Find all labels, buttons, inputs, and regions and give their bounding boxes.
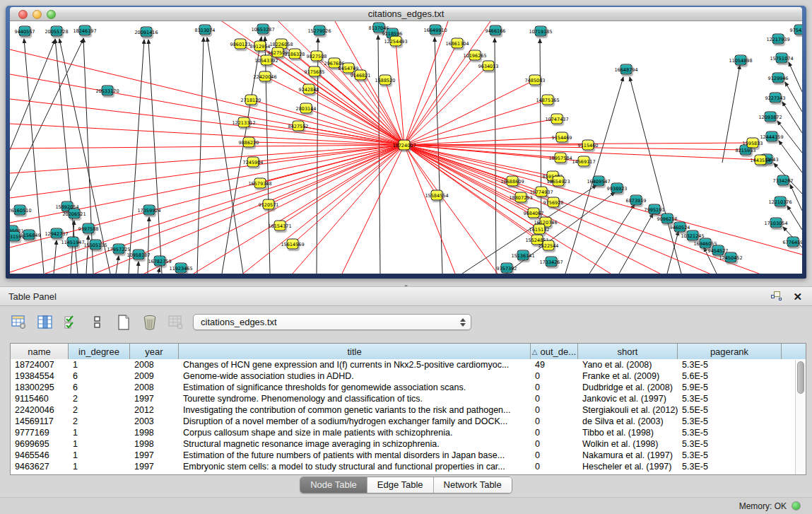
table-cell[interactable]: Tourette syndrome. Phenomenology and cla… [179,393,531,404]
table-cell[interactable]: de Silva et al. (2003) [578,416,678,427]
table-cell[interactable]: Estimation of the future numbers of pati… [179,450,531,461]
graph-node[interactable]: 12942737 [51,228,63,239]
graph-node[interactable]: 7995191 [649,204,661,215]
graph-node[interactable]: 15614569 [287,239,299,250]
graph-node[interactable]: 9627509 [272,47,284,58]
table-cell[interactable]: 1 [69,461,130,472]
table-cell[interactable]: Embryonic stem cells: a model to study s… [179,461,531,472]
table-cell[interactable]: Hescheler et al. (1997) [578,461,678,472]
table-settings-icon[interactable] [10,313,28,332]
table-cell[interactable]: 5.3E-5 [678,427,782,438]
graph-node[interactable]: 15279026 [314,25,326,36]
graph-node[interactable]: 20206521 [69,209,81,219]
graph-node[interactable]: 12450452 [725,252,737,263]
table-cell[interactable]: Genome-wide association studies in ADHD. [179,370,531,382]
graph-node[interactable]: 18957584 [555,153,567,163]
table-cell[interactable]: 1 [69,359,130,370]
table-row[interactable]: 2242004622012Investigating the contribut… [11,404,806,416]
memory-status-indicator[interactable] [792,501,801,510]
graph-node[interactable]: 9938923 [611,183,623,194]
graph-node[interactable]: 11451947 [67,237,79,247]
table-row[interactable]: 946554611997Estimation of the future num… [11,450,806,461]
table-cell[interactable]: Structural magnetic resonance image aver… [179,438,531,450]
table-row[interactable]: 977716911998Corpus callosum shape and si… [11,427,806,438]
graph-node[interactable]: 7485083 [529,75,541,86]
table-cell[interactable]: 5.6E-5 [678,370,782,382]
column-header-pagerank[interactable]: pagerank [678,344,782,359]
table-cell[interactable]: 22420046 [11,404,69,416]
graph-node[interactable]: 9120571 [263,199,275,210]
tab-network-table[interactable]: Network Table [434,477,512,493]
graph-node[interactable]: 9460524 [674,222,686,233]
graph-node[interactable]: 17334267 [546,257,558,267]
table-cell[interactable]: Investigating the contribution of common… [179,404,531,416]
graph-node[interactable]: 9454527 [712,245,724,256]
column-header-name[interactable]: name [11,344,69,359]
graph-node[interactable]: 8313074 [199,25,211,35]
table-cell[interactable]: Estimation of significance thresholds fo… [179,382,531,393]
table-cell[interactable]: 1 [69,438,130,450]
graph-node[interactable]: 14875165 [542,95,554,105]
graph-node[interactable]: 9634013 [483,61,495,71]
table-cell[interactable]: 14569117 [11,416,69,427]
table-cell[interactable]: 2 [69,393,130,404]
table-row[interactable]: 946362711997Embryonic stem cells: a mode… [11,461,806,472]
table-cell[interactable]: 5.3E-5 [678,461,782,472]
graph-node[interactable]: 15136141 [517,250,529,261]
graph-node[interactable]: 1443554 [755,155,767,165]
graph-node[interactable]: 1615132 [534,224,546,235]
graph-node[interactable]: 20055728 [51,26,63,37]
graph-node[interactable]: 15524851 [531,235,543,245]
vertical-scrollbar[interactable] [795,360,806,474]
table-cell[interactable]: 6 [69,370,130,382]
table-cell[interactable]: 9699695 [11,438,69,450]
graph-node[interactable]: 9242848 [303,84,315,95]
table-row[interactable]: 1456911722003Disruption of a novel membe… [11,416,806,427]
table-cell[interactable]: Changes of HCN gene expression and I(f) … [179,359,531,370]
graph-node[interactable]: 9146821 [355,70,367,81]
table-cell[interactable]: 6 [69,382,130,393]
table-cell[interactable]: 2008 [130,382,179,393]
graph-node[interactable]: 9684067 [528,208,540,218]
graph-node[interactable]: 12210376 [775,197,787,207]
graph-node[interactable]: 10747437 [551,114,563,124]
table-cell[interactable]: Corpus callosum shape and size in male p… [179,427,531,438]
graph-node[interactable]: 16579348 [254,178,266,189]
column-header-in_degree[interactable]: in_degree [69,344,130,359]
graph-node[interactable]: 1595833 [747,138,759,148]
table-cell[interactable]: 0 [531,427,578,438]
float-panel-icon[interactable] [770,291,783,302]
table-cell[interactable]: 1997 [130,461,179,472]
graph-node[interactable]: 11156849 [23,230,35,240]
table-cell[interactable]: 18300295 [11,382,69,393]
table-cell[interactable]: 5.5E-5 [678,404,782,416]
table-cell[interactable]: 5.9E-5 [678,382,782,393]
graph-node[interactable]: 8137046 [373,23,385,33]
graph-node[interactable]: 10774937 [536,187,548,197]
graph-node[interactable]: 20091416 [141,27,153,37]
table-cell[interactable]: 5.3E-5 [678,359,782,370]
table-select-dropdown[interactable]: citations_edges.txt [193,314,471,330]
new-table-icon[interactable] [114,313,133,332]
select-attributes-icon[interactable] [62,313,81,332]
graph-node[interactable]: 9860123 [235,39,247,49]
table-cell[interactable]: 0 [531,438,578,450]
close-panel-icon[interactable]: ✕ [793,291,802,302]
table-row[interactable]: 1872400712008Changes of HCN gene express… [11,359,806,370]
graph-node[interactable]: 9827508 [311,51,323,62]
graph-node[interactable]: 9754321 [794,25,803,35]
table-cell[interactable]: Yano et al. (2008) [578,359,678,370]
column-header-out_de[interactable]: △out_de... [531,344,578,359]
graph-node[interactable]: 9756928 [548,197,560,208]
table-cell[interactable]: Franke et al. (2009) [578,370,678,382]
graph-node[interactable]: 9440557 [19,26,31,37]
graph-node[interactable]: 8912954 [254,41,266,52]
graph-node[interactable]: 16409547 [593,176,605,187]
table-cell[interactable]: 0 [531,382,578,393]
graph-node[interactable]: 12254493 [390,36,402,47]
minimize-window-button[interactable] [33,10,42,19]
graph-node[interactable]: 10321245 [687,230,699,241]
table-cell[interactable]: 1998 [130,438,179,450]
graph-node[interactable]: 17359924 [143,205,155,216]
table-cell[interactable]: 5.3E-5 [678,393,782,404]
